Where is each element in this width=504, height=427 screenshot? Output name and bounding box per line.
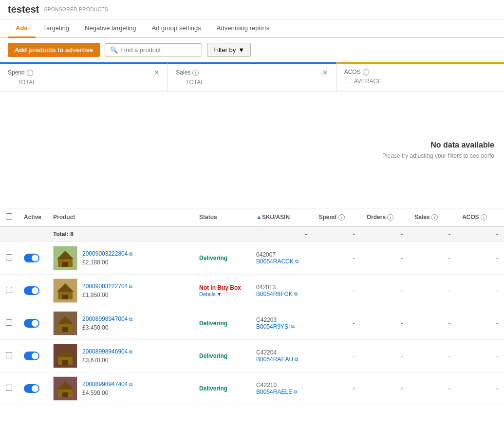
product-info: 20008998947004⧉£3,450.00 <box>82 316 132 331</box>
row-product-cell: 20009003222704⧉£1,950.00 <box>47 275 193 307</box>
asin-link[interactable]: B0054R8FGK⧉ <box>256 291 307 297</box>
asin-link[interactable]: B0054R9YSI⧉ <box>256 323 307 330</box>
external-link-icon[interactable]: ⧉ <box>129 349 132 354</box>
total-status <box>193 226 250 242</box>
orders-col-info-icon[interactable]: i <box>387 214 393 221</box>
tab-ads[interactable]: Ads <box>8 19 36 38</box>
row-orders: - <box>361 275 409 307</box>
status-details-link[interactable]: Details ▼ <box>199 291 244 297</box>
page-title: testest <box>8 4 39 15</box>
row-checkbox-cell <box>0 242 18 275</box>
product-thumbnail <box>53 344 77 368</box>
status-badge: Delivering <box>199 320 244 327</box>
sales-close-icon[interactable]: ✕ <box>322 69 328 76</box>
table-row: 20009003222704⧉£1,950.00Not in Buy BoxDe… <box>0 275 504 307</box>
row-toggle-cell <box>18 307 47 340</box>
filter-button[interactable]: Filter by ▼ <box>207 43 251 57</box>
table-row: 20008998947404⧉£4,590.00DeliveringC42210… <box>0 372 504 405</box>
row-acos: - <box>456 372 504 405</box>
th-orders: Orders i <box>361 208 409 226</box>
toggle-knob <box>32 353 38 359</box>
product-price: £2,180.00 <box>82 259 132 266</box>
tab-advertising-reports[interactable]: Advertising reports <box>209 19 277 38</box>
products-table: Active Product Status ▲SKU/ASIN Spend i <box>0 208 504 405</box>
metric-spend-value: — TOTAL <box>8 78 160 86</box>
acos-col-info-icon[interactable]: i <box>481 214 487 221</box>
table-header-row: Active Product Status ▲SKU/ASIN Spend i <box>0 208 504 226</box>
th-sku-asin[interactable]: ▲SKU/ASIN <box>250 208 313 226</box>
row-checkbox-cell <box>0 340 18 372</box>
tab-ad-group-settings[interactable]: Ad group settings <box>144 19 209 38</box>
row-sku-cell: C42203B0054R9YSI⧉ <box>250 307 313 340</box>
product-id-link[interactable]: 20008998946904⧉ <box>82 348 132 355</box>
row-checkbox[interactable] <box>6 352 12 358</box>
th-product: Product <box>47 208 193 226</box>
sales-col-info-icon[interactable]: i <box>431 214 438 221</box>
row-product-cell: 20008998947404⧉£4,590.00 <box>47 372 193 405</box>
spend-info-icon[interactable]: i <box>27 70 33 76</box>
row-checkbox[interactable] <box>6 287 12 293</box>
external-link-icon[interactable]: ⧉ <box>129 316 132 322</box>
external-link-icon[interactable]: ⧉ <box>129 382 132 387</box>
row-toggle[interactable] <box>24 254 39 262</box>
metrics-row: Spend i ✕ — TOTAL Sales i ✕ — TOTAL ACOS <box>0 62 504 92</box>
spend-col-info-icon[interactable]: i <box>338 214 345 221</box>
row-toggle[interactable] <box>24 286 39 295</box>
row-toggle-cell <box>18 372 47 405</box>
product-id-link[interactable]: 20008998947004⧉ <box>82 316 132 322</box>
sales-info-icon[interactable]: i <box>192 70 199 76</box>
metric-sales-label: Sales i <box>176 69 199 76</box>
product-info: 20009003222704⧉£1,950.00 <box>82 283 132 298</box>
sku-number: 042007 <box>256 251 307 258</box>
asin-link[interactable]: B0054RAELE⧉ <box>256 389 307 395</box>
row-checkbox[interactable] <box>6 385 12 391</box>
row-toggle[interactable] <box>24 319 39 328</box>
svg-rect-2 <box>62 262 68 267</box>
acos-info-icon[interactable]: i <box>363 69 369 75</box>
table-wrapper: Active Product Status ▲SKU/ASIN Spend i <box>0 208 504 405</box>
sku-number: 042013 <box>256 284 307 291</box>
row-checkbox-cell <box>0 275 18 307</box>
product-id-link[interactable]: 20009003222804⧉ <box>82 250 132 257</box>
external-link-icon[interactable]: ⧉ <box>129 284 132 289</box>
spend-close-icon[interactable]: ✕ <box>154 69 160 76</box>
row-toggle[interactable] <box>24 384 39 393</box>
row-status-cell: Delivering <box>193 372 250 405</box>
asin-external-icon: ⧉ <box>295 259 299 264</box>
row-orders: - <box>361 242 409 275</box>
no-data-title: No data available <box>382 141 494 149</box>
row-status-cell: Delivering <box>193 242 250 275</box>
row-checkbox[interactable] <box>6 319 12 326</box>
nav-tabs: Ads Targeting Negative targeting Ad grou… <box>0 19 504 38</box>
external-link-icon[interactable]: ⧉ <box>129 251 132 257</box>
asin-link[interactable]: B0054RACCK⧉ <box>256 258 307 265</box>
table-row: 20008998947004⧉£3,450.00DeliveringC42203… <box>0 307 504 340</box>
asin-link[interactable]: B0054RAEAU⧉ <box>256 356 307 363</box>
status-badge: Delivering <box>199 255 244 261</box>
th-active: Active <box>18 208 47 226</box>
total-orders: - <box>361 226 409 242</box>
product-id-link[interactable]: 20008998947404⧉ <box>82 381 132 388</box>
product-price: £3,450.00 <box>82 324 132 331</box>
search-input[interactable] <box>120 46 197 54</box>
row-spend: - <box>313 242 361 275</box>
tab-targeting[interactable]: Targeting <box>36 19 77 38</box>
tab-negative-targeting[interactable]: Negative targeting <box>77 19 144 38</box>
row-checkbox[interactable] <box>6 254 12 260</box>
add-products-button[interactable]: Add products to advertise <box>8 43 100 57</box>
row-toggle[interactable] <box>24 352 39 360</box>
row-acos: - <box>456 242 504 275</box>
product-thumbnail <box>53 311 77 335</box>
row-acos: - <box>456 340 504 372</box>
row-sales: - <box>409 275 456 307</box>
status-badge: Not in Buy Box <box>199 284 244 291</box>
th-spend: Spend i <box>313 208 361 226</box>
sku-number: C42204 <box>256 349 307 356</box>
toggle-knob <box>32 320 38 327</box>
total-sales: - <box>409 226 456 242</box>
th-status: Status <box>193 208 250 226</box>
product-id-link[interactable]: 20009003222704⧉ <box>82 283 132 290</box>
svg-rect-14 <box>62 392 68 397</box>
product-thumbnail <box>53 246 77 270</box>
select-all-checkbox[interactable] <box>6 213 12 220</box>
